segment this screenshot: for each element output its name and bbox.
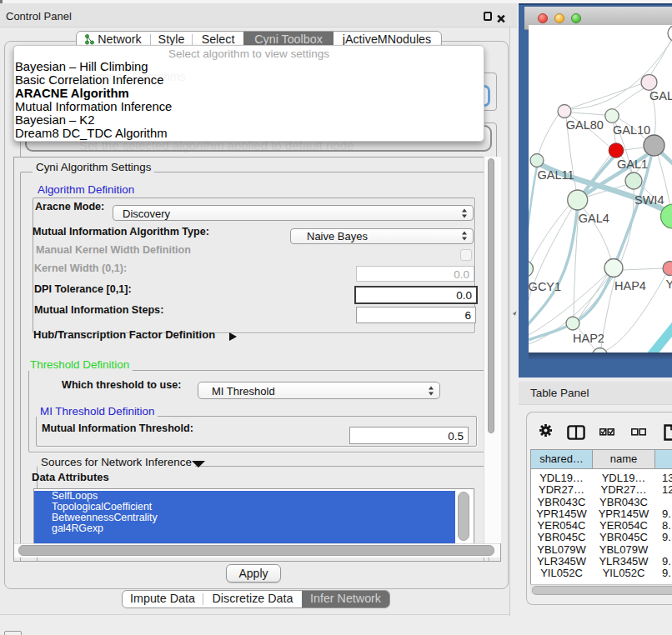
svg-text:GAL1: GAL1 — [617, 158, 648, 171]
svg-text:GAL7: GAL7 — [649, 89, 672, 102]
svg-text:GCY1: GCY1 — [529, 280, 561, 293]
svg-text:GAL80: GAL80 — [566, 118, 604, 132]
svg-text:HAP2: HAP2 — [573, 332, 604, 345]
svg-text:GAL11: GAL11 — [538, 168, 574, 182]
svg-text:SWI4: SWI4 — [634, 193, 664, 207]
svg-text:GAL4: GAL4 — [579, 212, 609, 225]
svg-text:GAL10: GAL10 — [613, 123, 650, 137]
svg-text:HAP4: HAP4 — [614, 279, 646, 292]
svg-text:Y: Y — [666, 278, 672, 291]
